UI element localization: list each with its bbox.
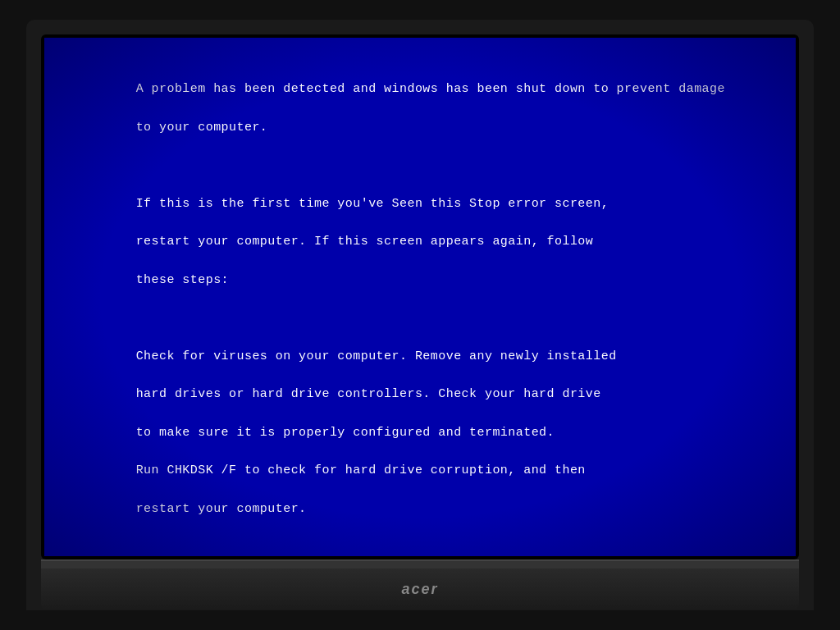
laptop-bottom-bar: acer xyxy=(41,568,799,610)
bsod-line7: hard drives or hard drive controllers. C… xyxy=(136,387,601,401)
bsod-line3: If this is the first time you've Seen th… xyxy=(136,197,609,211)
laptop-hinge xyxy=(41,559,799,568)
bsod-line8: to make sure it is properly configured a… xyxy=(136,426,555,440)
bsod-line5: these steps: xyxy=(136,273,229,287)
bsod-line2: to your computer. xyxy=(136,121,268,135)
screen-bezel: A problem has been detected and windows … xyxy=(41,34,799,559)
bsod-line9: Run CHKDSK /F to check for hard drive co… xyxy=(136,463,586,477)
bsod-line4: restart your computer. If this screen ap… xyxy=(136,235,594,249)
laptop-body: A problem has been detected and windows … xyxy=(26,20,814,610)
bsod-screen: A problem has been detected and windows … xyxy=(44,38,796,556)
bsod-line6: Check for viruses on your computer. Remo… xyxy=(136,349,617,363)
bsod-line1: A problem has been detected and windows … xyxy=(136,82,725,96)
brand-label: acer xyxy=(401,581,438,598)
bsod-content: A problem has been detected and windows … xyxy=(74,61,766,556)
bsod-line10: restart your computer. xyxy=(136,502,307,516)
